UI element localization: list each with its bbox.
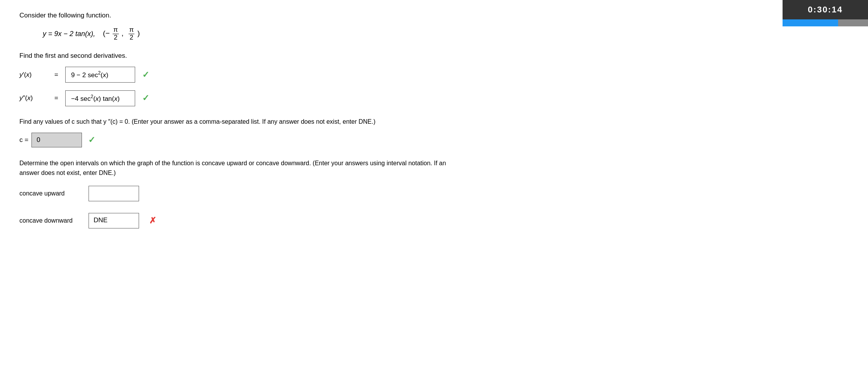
timer-display: 0:30:14	[808, 5, 843, 15]
progress-bar-container	[783, 19, 868, 26]
c-value: 0	[37, 136, 40, 144]
find-c-section: Find any values of c such that y ″(c) = …	[19, 117, 447, 147]
concave-upward-label: concave upward	[19, 190, 82, 197]
c-checkmark: ✓	[88, 135, 95, 145]
c-row: c = 0 ✓	[19, 133, 447, 147]
neg-pi-numerator: π	[113, 26, 119, 34]
function-expression: y = 9x − 2 tan(x),	[43, 30, 99, 38]
derivatives-section: Find the first and second derivatives. y…	[19, 52, 447, 106]
concave-downward-cross: ✗	[149, 216, 156, 226]
concave-upward-input[interactable]	[89, 186, 139, 201]
neg-pi-denominator: 2	[113, 34, 118, 42]
second-derivative-answer-box: −4 sec2(x) tan(x)	[65, 90, 135, 106]
concave-upward-row: concave upward	[19, 186, 447, 201]
pos-pi-numerator: π	[129, 26, 135, 34]
concave-downward-label: concave downward	[19, 217, 82, 224]
page-container: 0:30:14 Consider the following function.…	[0, 0, 868, 384]
pos-pi-fraction: π 2	[129, 26, 135, 41]
c-label: c =	[19, 136, 28, 144]
intro-text: Consider the following function.	[19, 12, 447, 19]
neg-pi-fraction: π 2	[113, 26, 119, 41]
intro-section: Consider the following function. y = 9x …	[19, 12, 447, 41]
second-derivative-row: y″(x) = −4 sec2(x) tan(x) ✓	[19, 90, 447, 106]
content-area: Consider the following function. y = 9x …	[0, 0, 466, 384]
determine-text: Determine the open intervals on which th…	[19, 158, 447, 178]
find-c-text: Find any values of c such that y ″(c) = …	[19, 117, 447, 126]
progress-bar-fill	[783, 19, 838, 26]
first-derivative-equals: =	[54, 71, 58, 79]
concave-downward-value: DNE	[94, 216, 108, 224]
first-derivative-row: y′(x) = 9 − 2 sec2(x) ✓	[19, 67, 447, 83]
concave-downward-row: concave downward DNE ✗	[19, 213, 447, 228]
first-derivative-answer-box: 9 − 2 sec2(x)	[65, 67, 135, 83]
timer-area: 0:30:14	[783, 0, 868, 19]
find-derivatives-text: Find the first and second derivatives.	[19, 52, 447, 60]
pos-pi-denominator: 2	[129, 34, 134, 42]
interval-notation: (− π 2 , π 2 )	[103, 26, 140, 41]
first-derivative-label: y′(x)	[19, 71, 50, 79]
function-line: y = 9x − 2 tan(x), (− π 2 , π 2 )	[43, 26, 447, 41]
first-derivative-checkmark: ✓	[142, 70, 149, 80]
c-input-box[interactable]: 0	[31, 133, 82, 147]
second-derivative-label: y″(x)	[19, 94, 50, 102]
second-derivative-checkmark: ✓	[142, 93, 149, 103]
second-derivative-equals: =	[54, 94, 58, 102]
concavity-section: Determine the open intervals on which th…	[19, 158, 447, 228]
concave-downward-input[interactable]: DNE	[89, 213, 139, 228]
function-label: y = 9x − 2 tan(x),	[43, 30, 99, 38]
